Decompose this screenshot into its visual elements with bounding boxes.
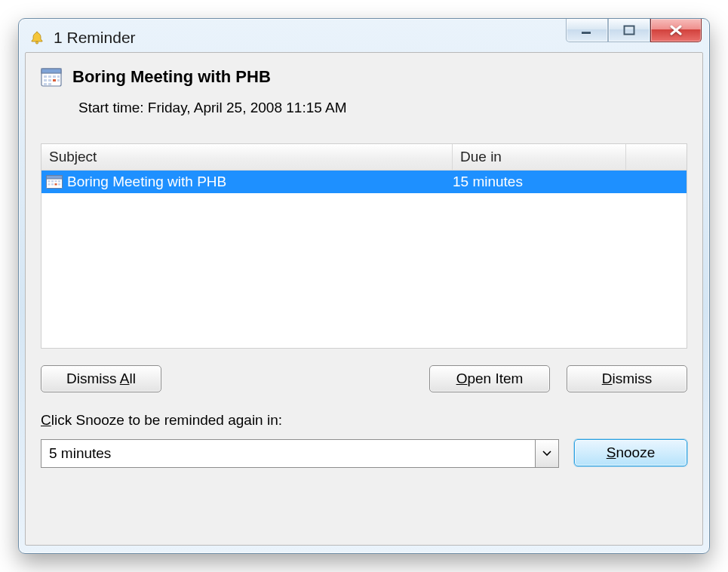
svg-rect-18 <box>48 180 51 183</box>
close-button[interactable] <box>650 19 702 42</box>
reminder-list: Subject Due in <box>41 143 687 349</box>
svg-rect-2 <box>625 26 634 35</box>
content-panel: Boring Meeting with PHB Start time: Frid… <box>25 52 703 546</box>
svg-point-0 <box>35 42 38 44</box>
col-subject[interactable]: Subject <box>41 144 453 170</box>
open-item-button[interactable]: Open Item <box>429 365 550 392</box>
minimize-button[interactable] <box>566 19 608 42</box>
maximize-button[interactable] <box>608 19 650 42</box>
start-value: Friday, April 25, 2008 11:15 AM <box>148 100 347 115</box>
svg-rect-22 <box>48 183 51 186</box>
svg-rect-12 <box>57 79 60 81</box>
snooze-interval-dropdown[interactable]: 5 minutes <box>41 439 559 468</box>
svg-rect-19 <box>51 180 54 183</box>
snooze-button[interactable]: Snooze <box>574 439 687 466</box>
bell-icon <box>29 30 45 45</box>
svg-rect-10 <box>48 79 51 81</box>
calendar-icon <box>41 66 62 88</box>
chevron-down-icon[interactable] <box>535 440 558 467</box>
button-row: Dismiss All Open Item Dismiss <box>41 365 687 392</box>
reminder-header: Boring Meeting with PHB <box>41 66 687 88</box>
dismiss-all-button[interactable]: Dismiss All <box>41 365 161 392</box>
svg-rect-6 <box>48 75 51 78</box>
reminder-window: 1 Reminder <box>18 18 710 554</box>
svg-rect-5 <box>44 75 47 78</box>
item-due: 15 minutes <box>453 174 626 190</box>
svg-rect-23 <box>51 183 54 186</box>
window-title: 1 Reminder <box>54 29 136 47</box>
svg-rect-15 <box>53 79 56 81</box>
reminder-start-time: Start time: Friday, April 25, 2008 11:15… <box>78 100 687 116</box>
list-item[interactable]: Boring Meeting with PHB 15 minutes <box>41 171 687 193</box>
svg-rect-8 <box>57 75 60 78</box>
snooze-label: Click Snooze to be reminded again in: <box>41 412 687 429</box>
snooze-row: 5 minutes Snooze <box>41 439 687 468</box>
reminder-title: Boring Meeting with PHB <box>72 67 271 87</box>
svg-rect-14 <box>48 83 51 85</box>
svg-rect-21 <box>58 180 60 183</box>
svg-rect-13 <box>44 83 47 85</box>
dismiss-button[interactable]: Dismiss <box>567 365 687 392</box>
svg-rect-9 <box>44 79 47 81</box>
list-body: Boring Meeting with PHB 15 minutes <box>41 171 687 348</box>
col-spare[interactable] <box>626 144 687 170</box>
svg-rect-17 <box>47 176 63 180</box>
col-due[interactable]: Due in <box>453 144 626 170</box>
svg-rect-20 <box>55 180 57 183</box>
svg-rect-7 <box>53 75 56 78</box>
window-controls <box>566 19 702 42</box>
svg-rect-4 <box>41 69 61 73</box>
start-label: Start time: <box>78 100 144 115</box>
svg-rect-25 <box>55 183 57 186</box>
svg-rect-24 <box>58 183 60 186</box>
snooze-interval-value: 5 minutes <box>41 445 535 462</box>
item-subject: Boring Meeting with PHB <box>67 174 226 190</box>
calendar-icon <box>46 175 63 189</box>
list-header: Subject Due in <box>41 144 687 171</box>
svg-rect-1 <box>582 32 591 34</box>
